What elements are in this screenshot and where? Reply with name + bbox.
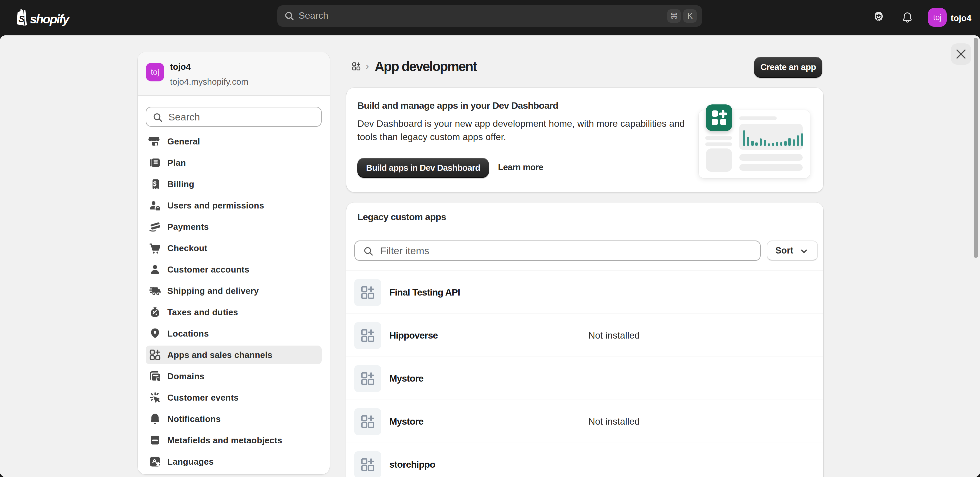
svg-text:S: S xyxy=(18,13,25,24)
svg-text:shopify: shopify xyxy=(30,12,70,26)
